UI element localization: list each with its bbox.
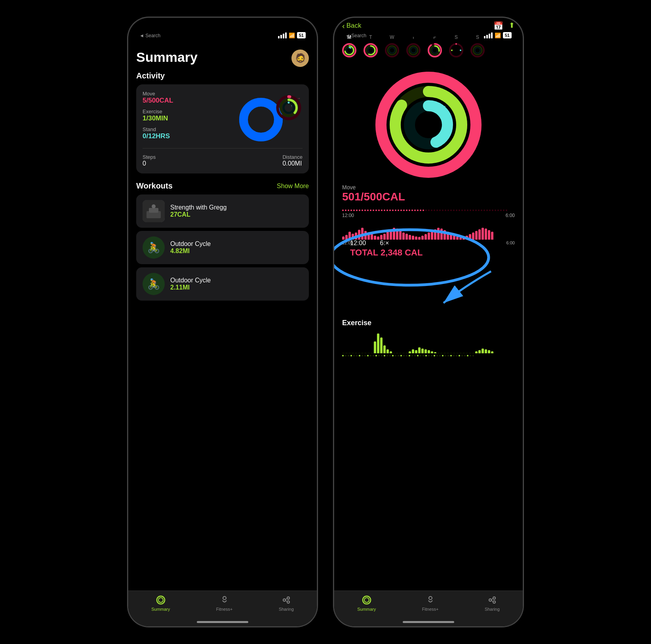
move-label: Move: [143, 91, 234, 97]
svg-point-35: [368, 48, 373, 53]
ex-chart-bar: [475, 351, 478, 353]
exercise-dot: [423, 355, 424, 356]
chart-bar: [377, 236, 379, 240]
exercise-dot: [384, 355, 385, 356]
tab-summary-2[interactable]: Summary: [357, 595, 376, 612]
dynamic-island: [199, 23, 246, 37]
chart-bar: [463, 236, 465, 240]
chart-bar: [491, 232, 493, 240]
chart-time-mid: 12:00: [342, 240, 353, 245]
timeline-dot: [434, 210, 435, 211]
chart-bar: [348, 232, 351, 240]
timeline-dot: [345, 210, 346, 211]
timeline-dot: [445, 210, 446, 211]
exercise-dot: [406, 355, 407, 356]
exercise-dot: [345, 355, 346, 356]
tab-fitness-1[interactable]: Fitness+: [216, 595, 233, 612]
svg-point-69: [493, 597, 495, 599]
exercise-chart-bars: [342, 330, 515, 353]
back-search-1[interactable]: ◄ Search: [139, 32, 195, 38]
timeline-dot: [459, 210, 460, 211]
status-icons-1: 📶 51: [250, 32, 306, 38]
activity-card: Move 5/500CAL Exercise 1/30MIN Stand 0/1…: [136, 84, 309, 173]
ex-chart-bar: [364, 353, 367, 353]
fitness-tab-icon: [219, 595, 230, 605]
timeline-dot: [470, 210, 471, 211]
chart-bar: [371, 234, 373, 240]
tab-summary-1[interactable]: Summary: [151, 595, 170, 612]
dots-timeline: // Will be rendered inline: [342, 210, 515, 211]
stand-stat: Stand 0/12HRS: [143, 126, 234, 140]
timeline-dot: [373, 210, 374, 211]
ex-chart-bar: [386, 349, 389, 353]
chart-time-row-2: 12:00 6:00: [342, 240, 515, 245]
workout-item-3[interactable]: 🚴 Outdoor Cycle 2.11MI: [136, 267, 309, 301]
ex-chart-bar: [463, 353, 465, 353]
svg-point-3: [244, 102, 278, 137]
timeline-dot: [350, 210, 352, 211]
workout-thumb-gym: [143, 200, 165, 222]
svg-point-18: [158, 598, 163, 602]
timeline-dot: [392, 210, 394, 211]
timeline-dot: [362, 210, 363, 211]
chart-bar: [447, 232, 449, 240]
timeline-dot: [481, 210, 482, 211]
ex-chart-bar: [431, 351, 433, 353]
ex-chart-bar: [491, 351, 493, 353]
ex-chart-bar: [409, 351, 411, 353]
workout-item-2[interactable]: 🚴 Outdoor Cycle 4.82MI: [136, 231, 309, 264]
timeline-dot: [364, 210, 366, 211]
chart-bar: [405, 234, 408, 240]
chart-bar: [355, 232, 357, 240]
timeline-dot: [367, 210, 369, 211]
chart-bar: [361, 228, 364, 240]
tab-sharing-label-1: Sharing: [279, 607, 294, 612]
chart-bar: [399, 231, 402, 240]
svg-point-67: [429, 596, 432, 600]
day-ring-f: [426, 42, 444, 59]
ex-chart-bar: [374, 341, 376, 353]
exercise-dots: [342, 355, 515, 356]
ex-chart-bar: [434, 352, 436, 353]
timeline-dot: [478, 210, 480, 211]
ex-chart-bar: [390, 351, 392, 353]
workout-info-2: Outdoor Cycle 4.82MI: [170, 240, 303, 255]
svg-point-22: [287, 601, 289, 603]
timeline-dot: [359, 210, 360, 211]
svg-line-71: [491, 598, 493, 600]
svg-text:→: →: [293, 100, 297, 104]
activity-section-title: Activity: [136, 71, 309, 80]
tab-sharing-2[interactable]: Sharing: [485, 595, 500, 612]
show-more-button[interactable]: Show More: [277, 183, 309, 190]
ex-chart-bar: [482, 349, 484, 353]
ex-chart-bar: [456, 353, 459, 353]
timeline-dot: [489, 210, 491, 211]
stand-value: 0/12HRS: [143, 132, 234, 140]
svg-point-66: [364, 598, 369, 602]
ex-chart-bar: [437, 353, 440, 353]
phone-1: ◄ Search 6:04 📶 51 🧔 Summary Activity: [128, 17, 318, 627]
ex-chart-bar: [428, 350, 430, 353]
chart-time-end: 6:00: [506, 213, 515, 218]
workout-name-3: Outdoor Cycle: [170, 277, 303, 284]
svg-point-41: [411, 48, 416, 53]
day-ring-s2: [469, 42, 486, 59]
exercise-dot: [392, 355, 394, 356]
svg-point-20: [283, 599, 286, 601]
exercise-dot: [359, 355, 360, 356]
ex-chart-bar: [405, 353, 408, 353]
tab-sharing-1[interactable]: Sharing: [279, 595, 294, 612]
workout-info-3: Outdoor Cycle 2.11MI: [170, 277, 303, 291]
chart-bar: [456, 236, 459, 240]
ex-chart-bar: [459, 353, 462, 353]
ex-chart-bar: [377, 333, 379, 353]
svg-point-53: [475, 48, 480, 53]
tab-fitness-2[interactable]: Fitness+: [422, 595, 439, 612]
chart-bar: [342, 236, 345, 240]
annotation-arrow: [432, 263, 511, 311]
chart-bar: [358, 230, 360, 240]
exercise-dot: [467, 355, 468, 356]
timeline-dot: [467, 210, 468, 211]
back-search-2[interactable]: ◄ Search: [345, 32, 401, 38]
workout-item-1[interactable]: Strength with Gregg 27CAL: [136, 194, 309, 228]
